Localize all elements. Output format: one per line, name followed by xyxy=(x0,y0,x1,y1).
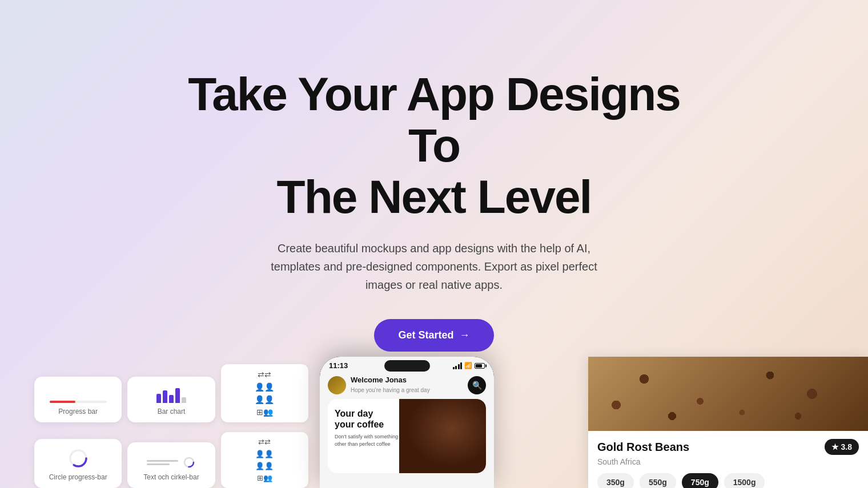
icon-row-1: ⇄ ⇄ xyxy=(258,370,271,379)
weight-750g[interactable]: 750g xyxy=(682,473,718,488)
icon-row-b1: ⇄ ⇄ xyxy=(258,438,271,446)
component-cards: Progress bar Bar chart ⇄ ⇄ 👤 👤 xyxy=(34,362,308,488)
phone-screen: 11:13 📶 xyxy=(320,357,494,488)
small-circle-svg xyxy=(183,456,195,469)
hero-section: Take Your App Designs To The Next Level … xyxy=(0,0,868,352)
group-icon: 👥 xyxy=(263,474,272,482)
rating-badge: ★ 3.8 xyxy=(825,439,859,455)
bar-4 xyxy=(175,388,180,403)
product-info: Gold Rost Beans ★ 3.8 South Africa 350g … xyxy=(588,431,868,488)
product-card: Gold Rost Beans ★ 3.8 South Africa 350g … xyxy=(588,357,868,488)
user-icon-2: ⇄ xyxy=(264,370,271,379)
person-icon-6: 👥 xyxy=(263,408,273,417)
weight-1500g[interactable]: 1500g xyxy=(724,473,765,488)
user-icon-1: ⇄ xyxy=(258,370,264,379)
person-b1: 👤 xyxy=(255,450,264,458)
bar-3 xyxy=(169,395,174,403)
product-name-row: Gold Rost Beans ★ 3.8 xyxy=(597,439,859,455)
welcome-name: Welcome Jonas xyxy=(351,376,430,384)
text-line-1 xyxy=(147,460,178,462)
cta-arrow-icon: → xyxy=(460,329,470,341)
phone-welcome: Welcome Jonas Hope you're having a great… xyxy=(328,376,430,394)
bar-2 xyxy=(163,390,167,403)
welcome-sub: Hope you're having a great day xyxy=(351,387,430,393)
circle-progress-visual xyxy=(68,448,89,469)
bar-chart-visual xyxy=(156,386,186,403)
icon-row-4: ⊞ 👥 xyxy=(256,408,273,417)
text-circle-visual xyxy=(135,456,207,469)
bottom-section: Progress bar Bar chart ⇄ ⇄ 👤 👤 xyxy=(0,357,868,488)
coffee-card: Your day your coffee Don't satisfy with … xyxy=(328,399,486,473)
cta-label: Get Started xyxy=(398,329,453,341)
battery-fill xyxy=(476,364,482,368)
product-origin: South Africa xyxy=(597,457,859,466)
star-icon: ★ xyxy=(831,442,839,451)
status-icons: 📶 xyxy=(453,362,485,369)
person-icon-3: 👤 xyxy=(255,395,264,404)
text-circle-bar-label: Text och cirkel-bar xyxy=(143,473,199,481)
text-lines xyxy=(147,460,178,465)
bar-1 xyxy=(156,394,161,403)
weight-550g[interactable]: 550g xyxy=(640,473,676,488)
circle-progress-svg xyxy=(68,448,89,469)
avatar xyxy=(328,376,346,394)
circle-progress-label: Circle progress-bar xyxy=(49,473,107,481)
progress-bar-card: Progress bar xyxy=(34,377,122,422)
arrows-icon-2: ⇄ xyxy=(264,438,271,446)
beans-background xyxy=(588,357,868,431)
text-circle-bar-card: Text och cirkel-bar xyxy=(127,442,215,488)
grid-icon: ⊞ xyxy=(257,474,263,482)
weight-350g[interactable]: 350g xyxy=(597,473,634,488)
person-icon-4: 👤 xyxy=(264,395,274,404)
coffee-title: Your day your coffee xyxy=(335,408,403,430)
coffee-beans-image xyxy=(399,399,486,473)
circle-progress-bar-card: Circle progress-bar xyxy=(34,439,122,488)
product-name: Gold Rost Beans xyxy=(597,441,689,454)
progress-fill xyxy=(50,401,75,403)
arrows-icon-1: ⇄ xyxy=(258,438,264,446)
signal-icon xyxy=(453,362,463,369)
bar-5 xyxy=(182,397,186,403)
progress-bar-label: Progress bar xyxy=(58,408,98,416)
icon-row-2: 👤 👤 xyxy=(255,382,274,392)
person-icon-5: ⊞ xyxy=(256,408,263,417)
phone-header: Welcome Jonas Hope you're having a great… xyxy=(320,372,494,399)
text-line-2 xyxy=(147,463,170,465)
hero-subtitle: Create beautiful mockups and app designs… xyxy=(263,239,605,294)
weight-options: 350g 550g 750g 1500g xyxy=(597,473,859,488)
icon-row-b4: ⊞ 👥 xyxy=(257,474,272,482)
progress-line xyxy=(50,401,107,403)
coffee-text: Your day your coffee Don't satisfy with … xyxy=(335,408,403,448)
person-b3: 👤 xyxy=(255,462,264,470)
icon-strip-top: ⇄ ⇄ 👤 👤 👤 👤 ⊞ 👥 xyxy=(221,364,308,422)
search-button[interactable]: 🔍 xyxy=(468,376,486,394)
phone-notch xyxy=(384,360,430,372)
rating-value: 3.8 xyxy=(841,442,852,451)
icon-strip-bottom: ⇄ ⇄ 👤 👤 👤 👤 ⊞ 👥 xyxy=(221,432,308,488)
person-icon-2: 👤 xyxy=(264,382,274,392)
battery-icon xyxy=(475,363,485,369)
phone-time: 11:13 xyxy=(329,361,348,370)
person-b2: 👤 xyxy=(264,450,274,458)
welcome-text: Welcome Jonas Hope you're having a great… xyxy=(351,376,430,394)
person-icon-1: 👤 xyxy=(255,382,264,392)
phone-mockup: 11:13 📶 xyxy=(320,357,494,488)
icon-row-b2: 👤 👤 xyxy=(255,450,274,458)
get-started-button[interactable]: Get Started → xyxy=(374,319,493,352)
bar-chart-card: Bar chart xyxy=(127,377,215,422)
person-b4: 👤 xyxy=(264,462,274,470)
icon-row-b3: 👤 👤 xyxy=(255,462,274,470)
icon-row-3: 👤 👤 xyxy=(255,395,274,404)
wifi-icon: 📶 xyxy=(464,362,472,369)
progress-bar-visual xyxy=(42,401,114,403)
hero-title: Take Your App Designs To The Next Level xyxy=(177,68,691,223)
product-image xyxy=(588,357,868,431)
coffee-description: Don't satisfy with something other than … xyxy=(335,433,403,447)
bar-chart-label: Bar chart xyxy=(158,408,186,416)
